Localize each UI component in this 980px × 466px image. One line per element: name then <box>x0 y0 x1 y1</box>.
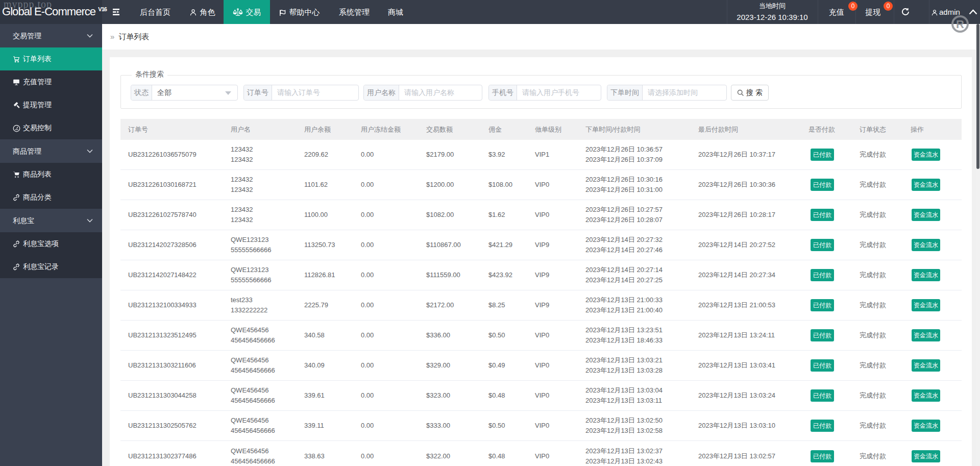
svg-text:R: R <box>956 18 964 31</box>
